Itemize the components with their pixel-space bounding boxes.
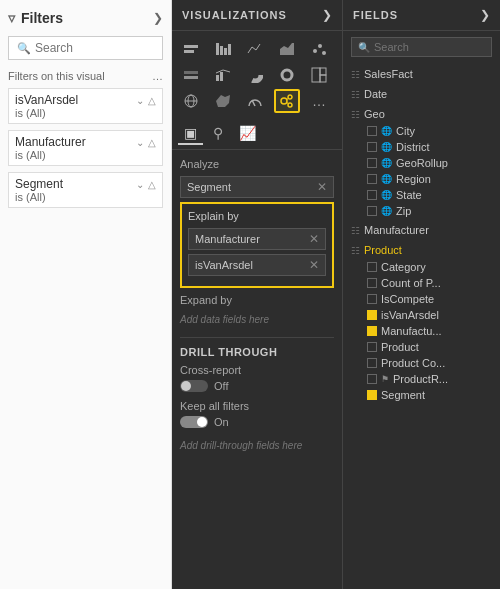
viz-icon-more[interactable]: … xyxy=(306,89,332,113)
table-icon-date: ☷ xyxy=(351,89,360,100)
field-checkbox-zip[interactable] xyxy=(367,206,377,216)
viz-icon-pie[interactable] xyxy=(242,63,268,87)
fields-list: ☷ SalesFact ☷ Date ☷ Geo 🌐 City xyxy=(343,63,500,589)
manufacturer-remove-btn[interactable]: ✕ xyxy=(309,232,319,246)
viz-icon-area[interactable] xyxy=(274,37,300,61)
viz-icon-line[interactable] xyxy=(242,37,268,61)
field-item-zip[interactable]: 🌐 Zip xyxy=(359,203,500,219)
filters-on-visual-label: Filters on this visual … xyxy=(8,70,163,82)
segment-field-pill[interactable]: Segment ✕ xyxy=(180,176,334,198)
viz-icon-bar[interactable] xyxy=(210,37,236,61)
field-item-segment[interactable]: Segment xyxy=(359,387,500,403)
filter-item-isvanarsdel[interactable]: isVanArsdel ⌄ △ is (All) xyxy=(8,88,163,124)
keep-filters-state: On xyxy=(214,416,229,428)
fields-search-input[interactable] xyxy=(374,41,485,53)
expand-by-label: Expand by xyxy=(180,294,334,306)
viz-icon-combo[interactable] xyxy=(210,63,236,87)
field-item-product-co[interactable]: Product Co... xyxy=(359,355,500,371)
globe-icon-city: 🌐 xyxy=(381,126,392,136)
filter-chevron-icon[interactable]: ⌄ xyxy=(136,95,144,106)
field-group-manufacturer-header[interactable]: ☷ Manufacturer xyxy=(343,221,500,239)
viz-icon-key-influencers[interactable] xyxy=(274,89,300,113)
field-item-productr[interactable]: ⚑ ProductR... xyxy=(359,371,500,387)
field-checkbox-iscompete[interactable] xyxy=(367,294,377,304)
product-children: Category Count of P... IsCompete isVanAr… xyxy=(343,259,500,403)
field-group-salesfact-header[interactable]: ☷ SalesFact xyxy=(343,65,500,83)
analyze-label: Analyze xyxy=(180,158,334,170)
svg-rect-1 xyxy=(184,50,194,53)
field-checkbox-isvanarsdel[interactable] xyxy=(367,310,377,320)
isvanarsdel-field-pill[interactable]: isVanArsdel ✕ xyxy=(188,254,326,276)
add-drill-through-placeholder: Add drill-through fields here xyxy=(180,436,334,455)
viz-icon-stacked-bar[interactable] xyxy=(178,37,204,61)
viz-icon-treemap[interactable] xyxy=(306,63,332,87)
tab-format[interactable]: ⚲ xyxy=(207,123,229,145)
field-group-product-header[interactable]: ☷ Product xyxy=(343,241,500,259)
field-item-iscompete[interactable]: IsCompete xyxy=(359,291,500,307)
globe-icon-region: 🌐 xyxy=(381,174,392,184)
viz-icon-filled-map[interactable] xyxy=(210,89,236,113)
field-checkbox-product-co[interactable] xyxy=(367,358,377,368)
field-item-category[interactable]: Category xyxy=(359,259,500,275)
filter-chevron-icon-2[interactable]: ⌄ xyxy=(136,137,144,148)
viz-icon-scatter[interactable] xyxy=(306,37,332,61)
field-group-salesfact: ☷ SalesFact xyxy=(343,65,500,83)
field-item-georollup[interactable]: 🌐 GeoRollup xyxy=(359,155,500,171)
field-item-count-p[interactable]: Count of P... xyxy=(359,275,500,291)
field-checkbox-district[interactable] xyxy=(367,142,377,152)
field-checkbox-region[interactable] xyxy=(367,174,377,184)
filter-clear-icon-2[interactable]: △ xyxy=(148,137,156,148)
viz-expand-icon[interactable]: ❯ xyxy=(322,8,332,22)
field-item-district[interactable]: 🌐 District xyxy=(359,139,500,155)
svg-rect-16 xyxy=(312,68,320,82)
field-item-isvanarsdel[interactable]: isVanArsdel xyxy=(359,307,500,323)
field-item-state[interactable]: 🌐 State xyxy=(359,187,500,203)
field-checkbox-category[interactable] xyxy=(367,262,377,272)
field-checkbox-product[interactable] xyxy=(367,342,377,352)
filters-expand-icon[interactable]: ❯ xyxy=(153,11,163,25)
svg-rect-13 xyxy=(220,72,223,81)
field-group-manufacturer: ☷ Manufacturer xyxy=(343,221,500,239)
field-item-manufactu[interactable]: Manufactu... xyxy=(359,323,500,339)
field-checkbox-count-p[interactable] xyxy=(367,278,377,288)
field-group-geo-header[interactable]: ☷ Geo xyxy=(343,105,500,123)
field-checkbox-productr[interactable] xyxy=(367,374,377,384)
filter-chevron-icon-3[interactable]: ⌄ xyxy=(136,179,144,190)
field-checkbox-georollup[interactable] xyxy=(367,158,377,168)
filters-header: ▿ Filters ❯ xyxy=(8,10,163,26)
fields-expand-icon[interactable]: ❯ xyxy=(480,8,490,22)
field-checkbox-segment[interactable] xyxy=(367,390,377,400)
tab-analytics[interactable]: 📈 xyxy=(233,123,262,145)
globe-icon-georollup: 🌐 xyxy=(381,158,392,168)
field-item-city[interactable]: 🌐 City xyxy=(359,123,500,139)
filter-clear-icon[interactable]: △ xyxy=(148,95,156,106)
globe-icon-district: 🌐 xyxy=(381,142,392,152)
viz-icon-100-bar[interactable] xyxy=(178,63,204,87)
tab-fields[interactable]: ▣ xyxy=(178,123,203,145)
filters-search-box[interactable]: 🔍 xyxy=(8,36,163,60)
fields-search-box[interactable]: 🔍 xyxy=(351,37,492,57)
filter-clear-icon-3[interactable]: △ xyxy=(148,179,156,190)
isvanarsdel-remove-btn[interactable]: ✕ xyxy=(309,258,319,272)
segment-remove-btn[interactable]: ✕ xyxy=(317,180,327,194)
keep-filters-toggle[interactable] xyxy=(180,416,208,428)
cross-report-toggle[interactable] xyxy=(180,380,208,392)
field-checkbox-city[interactable] xyxy=(367,126,377,136)
field-item-region[interactable]: 🌐 Region xyxy=(359,171,500,187)
field-checkbox-state[interactable] xyxy=(367,190,377,200)
viz-icon-gauge[interactable] xyxy=(242,89,268,113)
viz-icon-map[interactable] xyxy=(178,89,204,113)
filter-item-manufacturer[interactable]: Manufacturer ⌄ △ is (All) xyxy=(8,130,163,166)
svg-marker-6 xyxy=(280,43,294,55)
svg-rect-0 xyxy=(184,45,198,48)
manufacturer-field-pill[interactable]: Manufacturer ✕ xyxy=(188,228,326,250)
filters-search-input[interactable] xyxy=(35,41,154,55)
field-item-product[interactable]: Product xyxy=(359,339,500,355)
viz-icon-donut[interactable] xyxy=(274,63,300,87)
filters-more-options[interactable]: … xyxy=(152,70,163,82)
field-checkbox-manufactu[interactable] xyxy=(367,326,377,336)
viz-body: Analyze Segment ✕ Explain by Manufacture… xyxy=(172,150,342,589)
field-group-date-header[interactable]: ☷ Date xyxy=(343,85,500,103)
explain-by-box: Explain by Manufacturer ✕ isVanArsdel ✕ xyxy=(180,202,334,288)
filter-item-segment[interactable]: Segment ⌄ △ is (All) xyxy=(8,172,163,208)
